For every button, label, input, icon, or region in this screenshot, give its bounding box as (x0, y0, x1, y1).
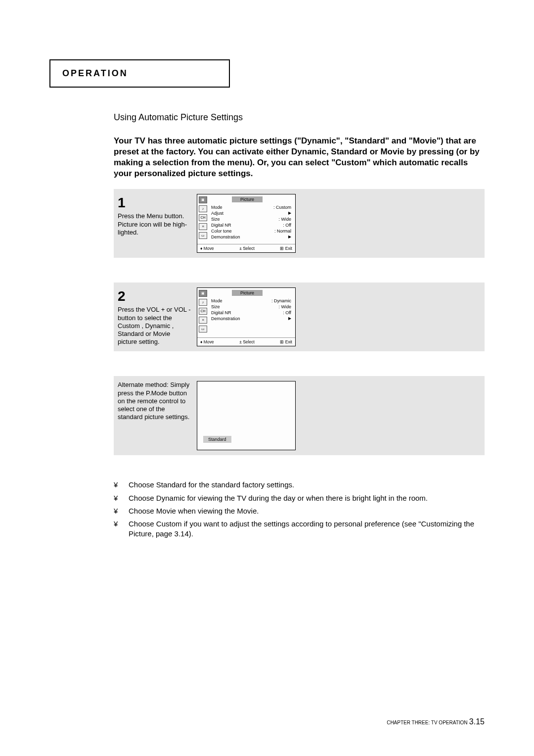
osd-body-1: ▣ ♪ CH ≡ ▭ Picture Mode: Custom Adjust▶ … (197, 194, 295, 244)
osd-icon-strip-2: ▣ ♪ CH ≡ ▭ (197, 288, 209, 337)
osd-row-label: Adjust (211, 211, 223, 216)
bullet-mark: ¥ (114, 519, 129, 539)
bullet-mark: ¥ (114, 493, 129, 503)
step-2-screen-col: ▣ ♪ CH ≡ ▭ Picture Mode: Dynamic Size: W… (197, 287, 481, 346)
step-1-text-pre: Press the (118, 212, 147, 220)
footer-chapter: CHAPTER THREE: TV OPERATION (387, 720, 467, 725)
channel-icon: CH (199, 308, 207, 315)
osd-screen-1: ▣ ♪ CH ≡ ▭ Picture Mode: Custom Adjust▶ … (197, 194, 296, 253)
function-icon: ≡ (199, 317, 207, 324)
osd-row-value: : Custom (273, 205, 291, 210)
osd-row-1-0: Mode: Custom (211, 204, 291, 210)
picture-icon: ▣ (199, 196, 207, 203)
osd-row-value: : Dynamic (271, 298, 291, 303)
channel-icon: CH (199, 214, 207, 221)
osd-footer-exit: ⊞ Exit (280, 246, 292, 251)
osd-row-2-0: Mode: Dynamic (211, 298, 291, 304)
bullet-text: Choose Dynamic for viewing the TV during… (129, 493, 485, 503)
step-2-text: 2 Press the VOL + or VOL - button to sel… (118, 287, 197, 346)
osd-row-label: Size (211, 217, 220, 222)
osd-footer-exit: ⊞ Exit (280, 339, 292, 344)
bullet-text: Choose Movie when viewing the Movie. (129, 506, 485, 516)
standard-pill: Standard (203, 436, 231, 443)
step-2-number: 2 (118, 287, 191, 305)
alternate-block: Alternate method: Simply press the P.Mod… (114, 376, 485, 455)
step-1-screen-col: ▣ ♪ CH ≡ ▭ Picture Mode: Custom Adjust▶ … (197, 194, 481, 253)
osd-row-label: Digital NR (211, 310, 231, 315)
osd-footer-select: ± Select (239, 246, 255, 251)
osd-row-value: ▶ (288, 235, 291, 239)
osd-row-label: Mode (211, 205, 222, 210)
osd-row-value: ▶ (288, 316, 291, 321)
osd-row-value: : Off (283, 310, 291, 315)
osd-row-2-1: Size: Wide (211, 304, 291, 310)
function-icon: ≡ (199, 223, 207, 230)
osd-row-1-1: Adjust▶ (211, 210, 291, 216)
osd-footer-move: ♦ Move (200, 339, 214, 344)
picture-icon: ▣ (199, 290, 207, 297)
bullet-list: ¥ Choose Standard for the standard facto… (114, 480, 485, 539)
step-1-block: 1 Press the Menu button. Picture icon wi… (114, 189, 485, 258)
osd-footer-1: ♦ Move ± Select ⊞ Exit (197, 244, 295, 252)
step-1-text-em: Menu (147, 212, 163, 220)
osd-footer-2: ♦ Move ± Select ⊞ Exit (197, 337, 295, 346)
setup-icon: ▭ (199, 326, 207, 332)
osd-row-label: Demonstration (211, 316, 240, 321)
osd-row-label: Digital NR (211, 223, 231, 228)
bullet-text: Choose Custom if you want to adjust the … (129, 519, 485, 539)
bullet-row-0: ¥ Choose Standard for the standard facto… (114, 480, 485, 490)
alternate-text-em: P.Mode (146, 389, 167, 397)
osd-title-2: Picture (232, 290, 263, 296)
osd-row-2-3: Demonstration▶ (211, 316, 291, 322)
osd-icon-strip-1: ▣ ♪ CH ≡ ▭ (197, 194, 209, 244)
osd-row-label: Size (211, 304, 220, 309)
osd-main-2: Picture Mode: Dynamic Size: Wide Digital… (209, 288, 295, 337)
sound-icon: ♪ (199, 299, 207, 306)
osd-row-1-5: Demonstration▶ (211, 234, 291, 240)
alternate-screen: Standard (197, 381, 296, 450)
osd-main-1: Picture Mode: Custom Adjust▶ Size: Wide … (209, 194, 295, 244)
bullet-text: Choose Standard for the standard factory… (129, 480, 485, 490)
step-1-number: 1 (118, 194, 191, 211)
osd-footer-move: ♦ Move (200, 246, 214, 251)
osd-row-value: ▶ (288, 211, 291, 216)
operation-title: OPERATION (62, 68, 217, 79)
osd-footer-select: ± Select (239, 339, 255, 344)
osd-row-1-2: Size: Wide (211, 216, 291, 222)
osd-row-label: Demonstration (211, 235, 240, 239)
osd-row-value: : Normal (274, 229, 291, 234)
section-heading: Using Automatic Picture Settings (114, 112, 485, 123)
bullet-mark: ¥ (114, 480, 129, 490)
osd-title-1: Picture (232, 196, 263, 202)
setup-icon: ▭ (199, 232, 207, 239)
step-2-block: 2 Press the VOL + or VOL - button to sel… (114, 283, 485, 351)
osd-row-value: : Wide (278, 304, 291, 309)
bullet-row-2: ¥ Choose Movie when viewing the Movie. (114, 506, 485, 516)
osd-row-value: : Off (283, 223, 291, 228)
footer-page-num: 3.15 (469, 717, 485, 726)
bullet-row-1: ¥ Choose Dynamic for viewing the TV duri… (114, 493, 485, 503)
osd-row-2-2: Digital NR: Off (211, 310, 291, 316)
step-2-text-body: Press the VOL + or VOL - button to selec… (118, 306, 191, 345)
osd-row-1-3: Digital NR: Off (211, 222, 291, 228)
osd-row-label: Mode (211, 298, 222, 303)
osd-row-1-4: Color tone: Normal (211, 228, 291, 234)
bullet-row-3: ¥ Choose Custom if you want to adjust th… (114, 519, 485, 539)
intro-paragraph: Your TV has three automatic picture sett… (114, 136, 485, 179)
operation-header-box: OPERATION (49, 59, 230, 88)
osd-screen-2: ▣ ♪ CH ≡ ▭ Picture Mode: Dynamic Size: W… (197, 287, 296, 346)
osd-body-2: ▣ ♪ CH ≡ ▭ Picture Mode: Dynamic Size: W… (197, 288, 295, 337)
bullet-mark: ¥ (114, 506, 129, 516)
sound-icon: ♪ (199, 205, 207, 212)
alternate-screen-col: Standard (197, 381, 481, 450)
page-footer: CHAPTER THREE: TV OPERATION 3.15 (387, 717, 485, 726)
alternate-text: Alternate method: Simply press the P.Mod… (118, 381, 197, 450)
osd-row-label: Color tone (211, 229, 232, 234)
osd-row-value: : Wide (278, 217, 291, 222)
step-1-text: 1 Press the Menu button. Picture icon wi… (118, 194, 197, 253)
operation-label-text: OPERATION (62, 68, 128, 78)
